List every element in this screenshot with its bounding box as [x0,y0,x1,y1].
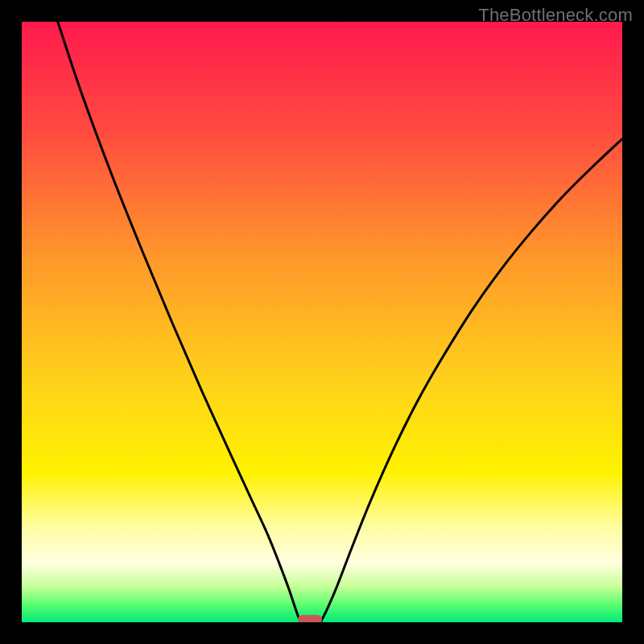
optimal-marker [298,615,322,622]
bottleneck-curve [22,22,622,622]
chart-frame: TheBottleneck.com [0,0,644,644]
plot-area [22,22,622,622]
watermark-text: TheBottleneck.com [478,5,633,26]
